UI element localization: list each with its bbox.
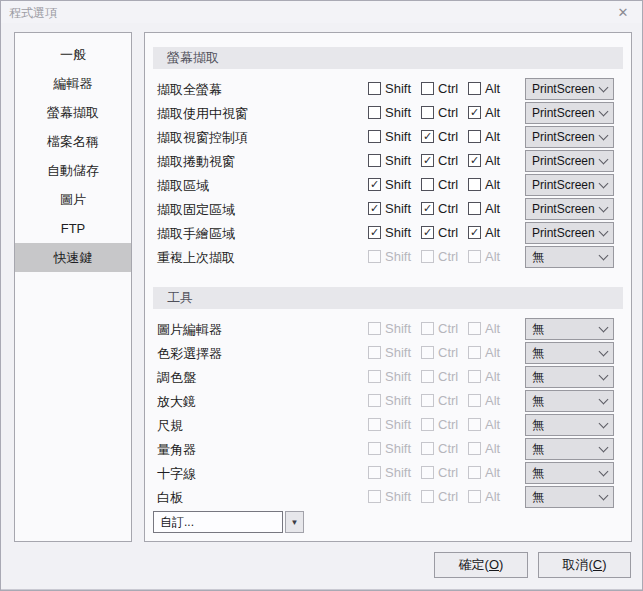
ctrl-checkbox[interactable]: ✓Ctrl [421,129,458,144]
sidebar-item-auto-save[interactable]: 自動儲存 [15,156,131,185]
hotkey-dropdown[interactable]: 無 [525,246,614,268]
dropdown-value: PrintScreen [532,130,600,144]
checkbox-label: Alt [485,177,500,192]
checkbox-label: Alt [485,225,500,240]
hotkey-row: 重複上次擷取ShiftCtrlAlt無 [145,245,631,269]
checkbox-box[interactable] [468,82,481,95]
checkbox-box[interactable]: ✓ [421,130,434,143]
checkbox-label: Shift [385,249,411,264]
checkbox-label: Ctrl [438,249,458,264]
hotkey-dropdown[interactable]: PrintScreen [525,150,614,172]
ctrl-checkbox[interactable]: Ctrl [421,177,458,192]
hotkey-row: 擷取全螢幕ShiftCtrlAltPrintScreen [145,77,631,101]
checkbox-label: Ctrl [438,417,458,432]
sidebar-item-hotkeys[interactable]: 快速鍵 [15,243,131,272]
shift-checkbox[interactable]: Shift [368,81,411,96]
checkbox-box[interactable]: ✓ [421,154,434,167]
checkbox-box[interactable] [468,202,481,215]
alt-checkbox[interactable]: Alt [468,81,500,96]
sidebar-item-general[interactable]: 一般 [15,40,131,69]
ok-button[interactable]: 確定(O) [434,552,528,578]
alt-checkbox[interactable]: ✓Alt [468,153,500,168]
hotkey-dropdown[interactable]: 無 [525,414,614,436]
title-bar[interactable]: 程式選項 ✕ [1,1,642,23]
shift-checkbox[interactable]: Shift [368,105,411,120]
checkbox-box [368,442,381,455]
tools-rows: 圖片編輯器ShiftCtrlAlt無色彩選擇器ShiftCtrlAlt無調色盤S… [145,317,631,509]
checkbox-box[interactable]: ✓ [368,178,381,191]
checkbox-box[interactable] [421,106,434,119]
sidebar-item-image[interactable]: 圖片 [15,185,131,214]
cancel-button[interactable]: 取消(C) [538,552,631,578]
checkbox-box[interactable]: ✓ [468,226,481,239]
sidebar-item-ftp[interactable]: FTP [15,214,131,243]
hotkey-dropdown[interactable]: 無 [525,390,614,412]
hotkey-dropdown[interactable]: PrintScreen [525,78,614,100]
checkbox-box[interactable] [368,106,381,119]
combobox-value[interactable]: 自訂... [153,511,283,533]
checkbox-box[interactable]: ✓ [421,202,434,215]
checkbox-box[interactable] [368,82,381,95]
alt-checkbox[interactable]: Alt [468,177,500,192]
custom-hotkey-combobox[interactable]: 自訂... ▼ [153,511,304,533]
hotkey-dropdown[interactable]: PrintScreen [525,126,614,148]
hotkey-dropdown[interactable]: 無 [525,366,614,388]
checkbox-box[interactable] [421,82,434,95]
checkbox-label: Ctrl [438,129,458,144]
shift-checkbox[interactable]: ✓Shift [368,201,411,216]
hotkey-dropdown[interactable]: 無 [525,318,614,340]
checkbox-box [421,346,434,359]
hotkey-dropdown[interactable]: PrintScreen [525,174,614,196]
ctrl-checkbox[interactable]: Ctrl [421,105,458,120]
hotkey-dropdown[interactable]: PrintScreen [525,198,614,220]
ctrl-checkbox[interactable]: Ctrl [421,81,458,96]
checkbox-box[interactable]: ✓ [421,226,434,239]
ctrl-checkbox[interactable]: ✓Ctrl [421,225,458,240]
shift-checkbox[interactable]: Shift [368,129,411,144]
chevron-down-icon [599,491,609,501]
alt-checkbox[interactable]: Alt [468,129,500,144]
alt-checkbox: Alt [468,393,500,408]
shift-checkbox[interactable]: ✓Shift [368,177,411,192]
checkbox-box[interactable] [421,178,434,191]
hotkey-dropdown[interactable]: 無 [525,342,614,364]
close-icon: ✕ [618,5,629,20]
checkbox-box[interactable] [468,178,481,191]
checkbox-label: Alt [485,201,500,216]
hotkey-row: 圖片編輯器ShiftCtrlAlt無 [145,317,631,341]
hotkey-dropdown[interactable]: 無 [525,438,614,460]
checkbox-box [468,490,481,503]
dropdown-value: 無 [532,249,600,266]
checkbox-box[interactable]: ✓ [468,154,481,167]
combobox-dropdown-button[interactable]: ▼ [285,511,304,533]
ctrl-checkbox: Ctrl [421,369,458,384]
alt-checkbox[interactable]: ✓Alt [468,225,500,240]
checkbox-box[interactable] [368,130,381,143]
close-button[interactable]: ✕ [612,3,634,22]
hotkey-dropdown[interactable]: 無 [525,462,614,484]
shift-checkbox[interactable]: ✓Shift [368,225,411,240]
ctrl-checkbox[interactable]: ✓Ctrl [421,201,458,216]
chevron-down-icon [599,251,609,261]
checkbox-label: Shift [385,129,411,144]
checkbox-box[interactable] [468,130,481,143]
hotkey-dropdown[interactable]: 無 [525,486,614,508]
alt-checkbox: Alt [468,249,500,264]
hotkey-dropdown[interactable]: PrintScreen [525,102,614,124]
sidebar-item-editor[interactable]: 編輯器 [15,69,131,98]
row-label: 擷取固定區域 [157,201,235,219]
checkbox-box[interactable] [368,154,381,167]
ctrl-checkbox: Ctrl [421,489,458,504]
checkbox-label: Alt [485,489,500,504]
row-label: 放大鏡 [157,393,196,411]
sidebar-item-screen-capture[interactable]: 螢幕擷取 [15,98,131,127]
checkbox-box[interactable]: ✓ [368,226,381,239]
shift-checkbox[interactable]: Shift [368,153,411,168]
alt-checkbox[interactable]: Alt [468,201,500,216]
sidebar-item-file-name[interactable]: 檔案名稱 [15,127,131,156]
ctrl-checkbox[interactable]: ✓Ctrl [421,153,458,168]
checkbox-box[interactable]: ✓ [368,202,381,215]
alt-checkbox[interactable]: ✓Alt [468,105,500,120]
checkbox-box[interactable]: ✓ [468,106,481,119]
hotkey-dropdown[interactable]: PrintScreen [525,222,614,244]
